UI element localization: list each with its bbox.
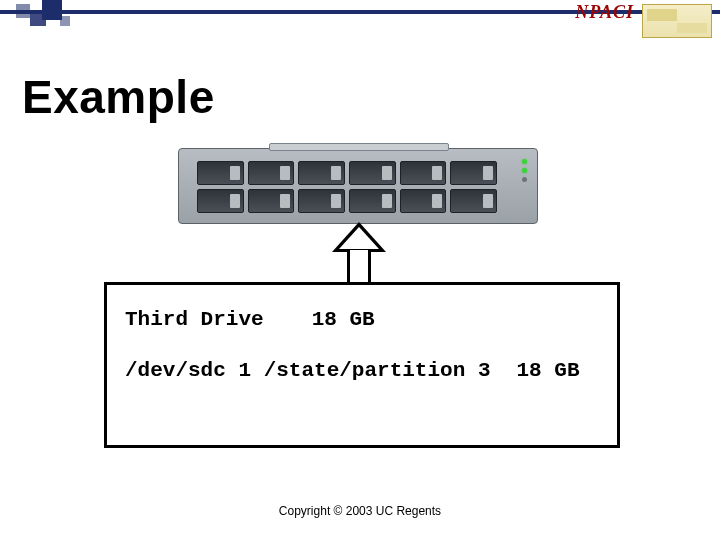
drive-size: 18 GB xyxy=(312,308,375,331)
info-box: Third Drive18 GB /dev/sdc 1 /state/parti… xyxy=(104,282,620,448)
partition-device: /dev/sdc 1 xyxy=(125,359,251,382)
secondary-logo xyxy=(642,4,712,38)
drive-label: Third Drive xyxy=(125,308,264,331)
copyright: Copyright © 2003 UC Regents xyxy=(0,504,720,518)
arrow-up-icon xyxy=(344,222,374,284)
slide-title: Example xyxy=(22,70,215,124)
partition-mount: /state/partition 3 xyxy=(264,359,491,382)
partition-size: 18 GB xyxy=(516,359,579,382)
npaci-logo: NPACI xyxy=(575,2,634,23)
drive-row: Third Drive18 GB xyxy=(125,307,599,332)
server-image xyxy=(178,148,538,224)
slide: NPACI Example Third Drive18 GB /dev/sdc … xyxy=(0,0,720,540)
partition-row: /dev/sdc 1 /state/partition 318 GB xyxy=(125,358,599,383)
